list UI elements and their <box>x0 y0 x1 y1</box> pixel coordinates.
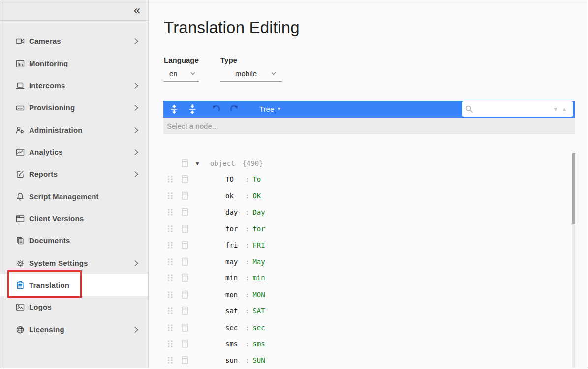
sidebar-item-client-versions[interactable]: Client Versions <box>0 207 148 230</box>
tree-value[interactable]: sms <box>252 340 265 348</box>
key-value-separator: : <box>245 258 249 266</box>
sidebar-item-provisioning[interactable]: Provisioning <box>0 97 148 119</box>
tree-value[interactable]: FRI <box>252 241 265 249</box>
collapse-sidebar-icon[interactable]: « <box>134 2 140 18</box>
context-menu-button[interactable] <box>182 208 188 216</box>
drag-handle-icon[interactable] <box>168 258 174 265</box>
sidebar-item-monitoring[interactable]: Monitoring <box>0 52 148 74</box>
image-icon <box>16 303 25 312</box>
chevron-right-icon <box>132 126 141 134</box>
tree-value[interactable]: sec <box>252 324 265 332</box>
sidebar-item-intercoms[interactable]: Intercoms <box>0 74 148 97</box>
context-menu-button[interactable] <box>182 339 188 348</box>
key-value-separator: : <box>245 192 249 200</box>
tree-key[interactable]: sec <box>225 324 245 332</box>
context-menu-button[interactable] <box>182 356 188 365</box>
drag-handle-icon[interactable] <box>168 291 174 298</box>
tree-rows: TO:Took:OKday:Dayfor:forfri:FRImay:Maymi… <box>163 171 575 368</box>
drag-handle-icon[interactable] <box>168 307 174 314</box>
tree-value[interactable]: Day <box>252 208 265 216</box>
drag-handle-icon[interactable] <box>168 209 174 216</box>
tree-value[interactable]: SUN <box>252 356 265 364</box>
tree-key[interactable]: mon <box>225 291 245 299</box>
context-menu-button[interactable] <box>182 307 188 315</box>
chevron-right-icon <box>132 170 141 179</box>
search-next-icon[interactable]: ▼ <box>551 106 560 113</box>
tree-key[interactable]: sun <box>225 356 245 364</box>
tree-value[interactable]: OK <box>252 192 261 200</box>
context-menu-button[interactable] <box>182 175 188 184</box>
tree-value[interactable]: MON <box>252 291 265 299</box>
scrollbar-thumb[interactable] <box>572 153 575 224</box>
undo-button[interactable] <box>210 103 222 115</box>
language-label: Language <box>164 56 199 66</box>
sidebar-item-system-settings[interactable]: System Settings <box>0 252 148 274</box>
sidebar-item-analytics[interactable]: Analytics <box>0 141 148 163</box>
filters: Language en Type mobile <box>164 56 282 82</box>
type-select[interactable]: mobile <box>220 66 282 82</box>
sidebar-item-translation[interactable]: Translation <box>0 274 148 296</box>
sidebar-item-logos[interactable]: Logos <box>0 296 148 318</box>
drag-handle-icon[interactable] <box>168 192 174 199</box>
tree-key[interactable]: for <box>225 225 245 233</box>
redo-button[interactable] <box>228 103 240 115</box>
chevron-right-icon <box>132 148 141 157</box>
collapse-node-icon[interactable]: ▼ <box>196 160 199 166</box>
language-select[interactable]: en <box>164 66 199 82</box>
context-menu-button[interactable] <box>182 159 188 167</box>
tree-mode-dropdown[interactable]: Tree ▾ <box>259 105 280 113</box>
tree-key[interactable]: min <box>225 274 245 282</box>
tree-value[interactable]: To <box>252 175 261 183</box>
tree-mode-label: Tree <box>259 105 274 113</box>
vertical-scrollbar[interactable] <box>572 153 575 368</box>
drag-handle-icon[interactable] <box>168 242 174 249</box>
sidebar-item-reports[interactable]: Reports <box>0 163 148 185</box>
drag-handle-icon[interactable] <box>168 274 174 281</box>
tree-value[interactable]: May <box>252 258 265 266</box>
context-menu-button[interactable] <box>182 258 188 266</box>
drag-handle-icon[interactable] <box>168 357 174 364</box>
tree-key[interactable]: sat <box>225 307 245 315</box>
sidebar: « CamerasMonitoringIntercomsProvisioning… <box>0 0 149 368</box>
drag-handle-icon[interactable] <box>168 324 174 331</box>
context-menu-button[interactable] <box>182 225 188 233</box>
tree-key[interactable]: fri <box>225 241 245 249</box>
tree-row-sun: sun:SUN <box>163 352 575 368</box>
context-menu-button[interactable] <box>182 323 188 332</box>
type-value: mobile <box>235 69 257 78</box>
sidebar-item-label: Analytics <box>29 148 63 156</box>
context-menu-button[interactable] <box>182 274 188 282</box>
tree-key[interactable]: ok <box>225 192 245 200</box>
context-menu-button[interactable] <box>182 241 188 249</box>
collapse-all-button[interactable] <box>186 103 198 115</box>
tree-key[interactable]: may <box>225 258 245 266</box>
tree-value[interactable]: for <box>252 225 265 233</box>
drag-handle-icon[interactable] <box>168 225 174 232</box>
tree-value[interactable]: min <box>252 274 265 282</box>
search-prev-icon[interactable]: ▲ <box>560 106 569 113</box>
provisioning-icon <box>16 103 25 112</box>
window-icon <box>16 214 25 223</box>
drag-handle-icon[interactable] <box>168 340 174 347</box>
tree-key[interactable]: day <box>225 208 245 216</box>
tree-key[interactable]: TO <box>225 175 245 183</box>
sidebar-item-label: Administration <box>29 126 83 134</box>
search-input[interactable] <box>474 103 551 115</box>
sidebar-item-administration[interactable]: Administration <box>0 119 148 141</box>
sidebar-item-cameras[interactable]: Cameras <box>0 30 148 52</box>
context-menu-button[interactable] <box>182 192 188 200</box>
drag-handle-icon[interactable] <box>168 176 174 183</box>
tree-key[interactable]: sms <box>225 340 245 348</box>
tree-value[interactable]: SAT <box>252 307 265 315</box>
expand-all-button[interactable] <box>168 103 180 115</box>
tree-key-value: for:for <box>225 225 265 233</box>
sidebar-item-licensing[interactable]: Licensing <box>0 318 148 340</box>
context-menu-button[interactable] <box>182 290 188 299</box>
sidebar-item-script-management[interactable]: Script Management <box>0 185 148 207</box>
tree-row-mon: mon:MON <box>163 286 575 302</box>
tree-key-value: may:May <box>225 258 265 266</box>
tree-row-sms: sms:sms <box>163 335 575 352</box>
tree-row-TO: TO:To <box>163 171 575 187</box>
sidebar-item-documents[interactable]: Documents <box>0 230 148 252</box>
tree-row-for: for:for <box>163 221 575 237</box>
